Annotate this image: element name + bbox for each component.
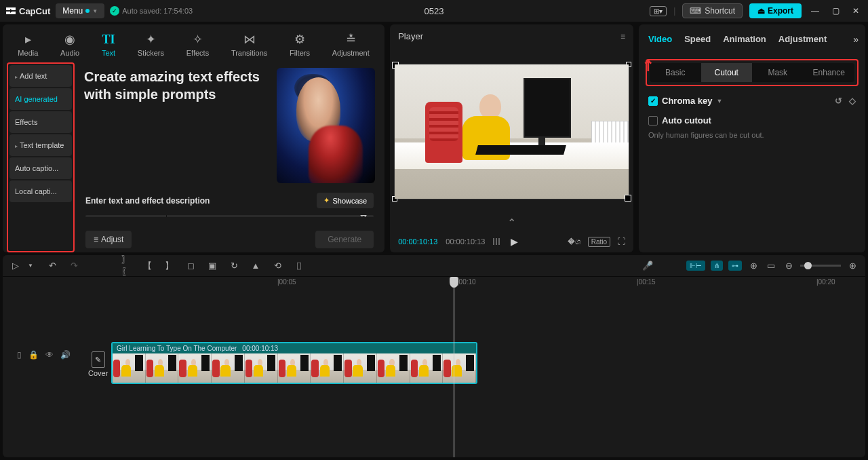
clip-duration: 00:00:10:13 xyxy=(242,345,278,352)
autosave-text: Auto saved: 17:54:03 xyxy=(122,7,193,15)
zoom-slider[interactable] xyxy=(800,265,841,267)
crop-tool-2[interactable]: ⌷ xyxy=(293,261,305,271)
chevron-down-icon[interactable]: ▼ xyxy=(716,98,722,104)
tab-filters[interactable]: ⚙Filters xyxy=(290,33,310,57)
timeline-ruler[interactable]: |00:05 |00:10 |00:15 |00:20 xyxy=(84,277,865,293)
video-frame[interactable] xyxy=(394,64,629,199)
expand-hint-icon[interactable]: ⌃ xyxy=(390,215,633,231)
trim-right-tool[interactable]: 】 xyxy=(163,260,175,272)
menu-label: Menu xyxy=(62,6,83,16)
magnet-main-icon[interactable]: ⊩⊢ xyxy=(686,261,705,271)
autocutout-checkbox[interactable] xyxy=(648,116,658,126)
mic-icon[interactable]: 🎤 xyxy=(642,261,654,271)
tab-transitions[interactable]: ⋈Transitions xyxy=(231,33,267,57)
pointer-tool[interactable]: ▷ xyxy=(9,261,22,271)
tab-adjustment[interactable]: ≛Adjustment xyxy=(332,33,370,57)
tab-audio[interactable]: ◉Audio xyxy=(60,33,79,57)
shortcut-button[interactable]: ⌨ Shortcut xyxy=(682,3,743,18)
export-button[interactable]: ⏏ Export xyxy=(749,3,802,18)
crop-tool[interactable]: ◻ xyxy=(184,261,197,271)
reset-icon[interactable]: ↺ xyxy=(835,96,842,106)
submenu-effects[interactable]: Effects xyxy=(9,111,72,133)
video-clip[interactable]: Girl Learning To Type On The Computer 00… xyxy=(111,342,477,384)
adjust-button[interactable]: ≡Adjust xyxy=(85,231,132,248)
layout-icon[interactable]: ⊞▾ xyxy=(650,6,667,16)
caret-icon: ▸ xyxy=(15,74,18,80)
link-icon[interactable]: ⊶ xyxy=(728,261,742,271)
playhead[interactable] xyxy=(454,277,454,457)
subtab-basic[interactable]: Basic xyxy=(650,63,701,82)
lock-icon[interactable]: 🔒 xyxy=(28,350,39,360)
redo-button[interactable]: ↷ xyxy=(68,261,80,271)
media-panel: ▸Media ◉Audio TIText ✦Stickers ✧Effects … xyxy=(3,24,384,252)
player-menu-icon[interactable]: ≡ xyxy=(620,32,625,41)
text-input[interactable] xyxy=(85,215,167,217)
fullscreen-icon[interactable]: ⛶ xyxy=(617,237,625,246)
snap-icon[interactable]: ⊕ xyxy=(747,261,760,271)
timeline-track-header: ▯ 🔒 👁 🔊 xyxy=(3,277,84,457)
shortcut-label: Shortcut xyxy=(705,6,735,16)
submenu-auto-captions[interactable]: Auto captio... xyxy=(9,157,72,179)
generate-button[interactable]: Generate xyxy=(315,231,374,248)
mirror-tool[interactable]: ▲ xyxy=(250,261,262,271)
pointer-dropdown[interactable]: ▼ xyxy=(24,263,37,269)
undo-button[interactable]: ↶ xyxy=(46,261,58,271)
submenu-local-captions[interactable]: Local capti... xyxy=(9,180,72,202)
split-tool[interactable]: 〗〖 xyxy=(119,254,132,278)
subtab-mask[interactable]: Mask xyxy=(752,63,804,82)
subtab-cutout[interactable]: Cutout xyxy=(701,63,753,82)
tab-speed[interactable]: Speed xyxy=(684,34,711,44)
check-icon: ✓ xyxy=(110,6,119,16)
mute-icon[interactable]: 🔊 xyxy=(60,350,71,360)
eye-icon[interactable]: 👁 xyxy=(45,350,54,360)
ratio-button[interactable]: Ratio xyxy=(588,237,610,247)
scale-icon[interactable]: �ශ xyxy=(568,237,581,246)
time-total: 00:00:10:13 xyxy=(446,237,485,246)
chroma-label: Chroma key xyxy=(662,96,712,106)
hero-heading: Create amazing text effects with simple … xyxy=(84,68,270,183)
zoom-out-icon[interactable]: ⊖ xyxy=(783,261,795,271)
tab-effects[interactable]: ✧Effects xyxy=(186,33,209,57)
timeline-tracks[interactable]: |00:05 |00:10 |00:15 |00:20 Girl Learnin… xyxy=(84,277,865,457)
magnet-icon[interactable]: ⋔ xyxy=(711,261,723,271)
tab-adjustment[interactable]: Adjustment xyxy=(778,34,827,44)
transitions-icon: ⋈ xyxy=(243,33,256,46)
frame-step-icon[interactable] xyxy=(493,238,500,245)
reverse-tool[interactable]: ↻ xyxy=(228,261,240,271)
video-subtabs: Basic Cutout Mask Enhance xyxy=(650,63,854,82)
minimize-button[interactable]: — xyxy=(808,4,822,18)
duplicate-tool[interactable]: ▣ xyxy=(206,261,218,271)
menu-button[interactable]: Menu ▼ xyxy=(56,3,104,18)
close-button[interactable]: ✕ xyxy=(849,4,863,18)
effect-description-input[interactable] xyxy=(167,215,353,217)
shuffle-icon[interactable]: ⇄ xyxy=(353,215,374,217)
tab-animation[interactable]: Animation xyxy=(723,34,766,44)
autocutout-label: Auto cutout xyxy=(662,115,711,126)
play-button[interactable]: ▶ xyxy=(511,236,518,247)
prompt-inputs: ⇄ xyxy=(85,215,374,217)
tab-stickers[interactable]: ✦Stickers xyxy=(138,33,164,57)
keyframe-icon[interactable]: ◇ xyxy=(849,96,856,106)
video-preview-area[interactable] xyxy=(390,48,633,215)
showcase-button[interactable]: Showcase xyxy=(317,193,374,208)
tab-media[interactable]: ▸Media xyxy=(18,33,38,57)
text-icon: TI xyxy=(102,33,115,46)
submenu-ai-generated[interactable]: AI generated xyxy=(9,88,72,110)
tab-video[interactable]: Video xyxy=(648,34,672,44)
more-tabs-icon[interactable]: » xyxy=(853,34,859,45)
submenu-add-text[interactable]: ▸Add text xyxy=(9,65,72,87)
topbar: CapCut Menu ▼ ✓ Auto saved: 17:54:03 052… xyxy=(0,0,868,22)
marker-icon[interactable]: ▯ xyxy=(17,350,22,360)
maximize-button[interactable]: ▢ xyxy=(829,4,842,18)
trim-left-tool[interactable]: 【 xyxy=(141,260,153,272)
project-title[interactable]: 0523 xyxy=(425,6,444,16)
zoom-in-icon[interactable]: ⊕ xyxy=(846,261,859,271)
submenu-text-template[interactable]: ▸Text template xyxy=(9,134,72,156)
rotate-tool[interactable]: ⟲ xyxy=(271,261,283,271)
preview-icon[interactable]: ▭ xyxy=(765,261,777,271)
main-area: ▸Media ◉Audio TIText ✦Stickers ✧Effects … xyxy=(0,22,868,255)
subtab-enhance[interactable]: Enhance xyxy=(804,63,854,82)
inspector-panel: Video Speed Animation Adjustment » ↗ Bas… xyxy=(639,24,865,252)
tab-text[interactable]: TIText xyxy=(102,33,115,57)
chroma-checkbox[interactable]: ✓ xyxy=(648,96,658,106)
